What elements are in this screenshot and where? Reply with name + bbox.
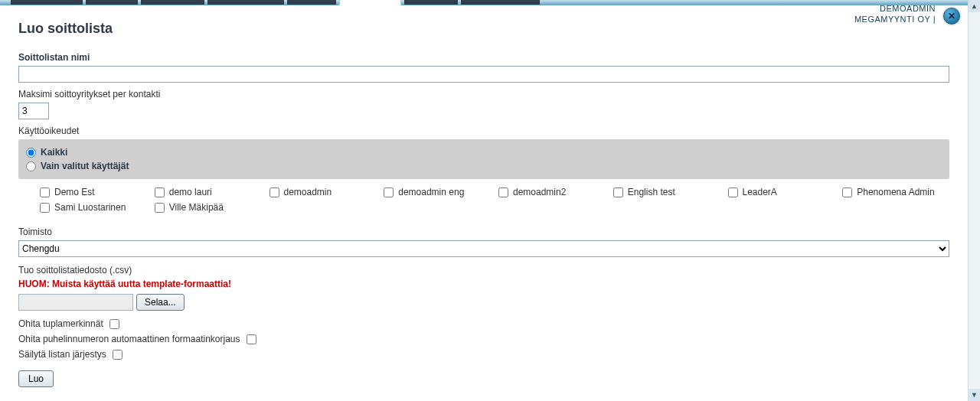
import-label: Tuo soittolistatiedosto (.csv): [18, 265, 949, 275]
tab-soittolistat[interactable]: Soittolistat: [339, 0, 401, 5]
tab-yleisasetukset[interactable]: Yleisasetukset: [461, 0, 540, 5]
user-checkbox-row[interactable]: demoadmin eng: [384, 187, 491, 197]
create-button[interactable]: Luo: [18, 370, 54, 387]
tab-tuotteet[interactable]: Tuotteet: [404, 0, 458, 5]
tab-raportit[interactable]: Raportit: [86, 0, 138, 5]
keep-order-label: Säilytä listan järjestys: [18, 349, 106, 360]
name-input[interactable]: [18, 66, 949, 83]
user-checkbox-row[interactable]: Phenomena Admin: [842, 187, 949, 197]
user-checkbox-label: demoadmin2: [513, 187, 566, 197]
name-label: Soittolistan nimi: [18, 52, 949, 63]
user-checkbox-row[interactable]: Sami Luostarinen: [40, 202, 147, 213]
user-grid: Demo Estdemo lauridemoadmindemoadmin eng…: [18, 184, 949, 220]
user-checkbox[interactable]: [40, 187, 50, 197]
skip-phone-format-checkbox[interactable]: [247, 334, 256, 344]
user-checkbox[interactable]: [40, 203, 50, 213]
user-checkbox-row[interactable]: Ville Mäkipää: [155, 202, 262, 213]
skip-phone-format-label: Ohita puhelinnumeron automaattinen forma…: [18, 334, 240, 344]
user-checkbox-label: demoadmin: [284, 187, 332, 197]
vertical-scrollbar[interactable]: ▲ ▼: [968, 0, 980, 401]
user-checkbox[interactable]: [728, 187, 738, 197]
file-row: Selaa...: [18, 294, 949, 311]
close-icon[interactable]: ✕: [943, 8, 960, 24]
user-checkbox[interactable]: [155, 203, 165, 213]
user-checkbox-label: Sami Luostarinen: [54, 202, 126, 213]
user-checkbox-label: demoadmin eng: [398, 187, 464, 197]
user-checkbox[interactable]: [842, 187, 852, 197]
main-tabs: YleisnäkymäRaportitKampanjatAgenttiryhmä…: [11, 0, 540, 5]
browse-button[interactable]: Selaa...: [136, 294, 185, 311]
skip-duplicates-label: Ohita tuplamerkinnät: [18, 318, 103, 329]
user-checkbox-label: Ville Mäkipää: [169, 202, 224, 213]
max-attempts-label: Maksimi soittoyritykset per kontakti: [18, 89, 949, 99]
scroll-up-icon[interactable]: ▲: [969, 0, 980, 12]
perm-selected-radio[interactable]: [26, 161, 36, 171]
user-info: DEMOADMIN MEGAMYYNTI OY |: [854, 3, 936, 24]
page-title: Luo soittolista: [18, 21, 949, 37]
tab-kampanjat[interactable]: Kampanjat: [141, 0, 204, 5]
perm-all-radio[interactable]: [26, 148, 36, 158]
user-checkbox-label: English test: [628, 187, 675, 197]
user-checkbox-label: Phenomena Admin: [857, 187, 934, 197]
user-checkbox-row[interactable]: Demo Est: [40, 187, 147, 197]
user-checkbox-row[interactable]: demo lauri: [155, 187, 262, 197]
user-checkbox-row[interactable]: English test: [613, 187, 720, 197]
permissions-box: Kaikki Vain valitut käyttäjät: [18, 139, 949, 179]
user-checkbox-label: demo lauri: [169, 187, 212, 197]
office-label: Toimisto: [18, 227, 949, 237]
user-checkbox-row[interactable]: demoadmin2: [498, 187, 606, 197]
office-select[interactable]: Chengdu: [18, 240, 949, 257]
perm-all-label: Kaikki: [41, 147, 67, 158]
permissions-label: Käyttöoikeudet: [18, 126, 949, 136]
user-checkbox[interactable]: [384, 187, 394, 197]
user-checkbox[interactable]: [270, 187, 279, 197]
user-checkbox[interactable]: [498, 187, 508, 197]
keep-order-checkbox[interactable]: [113, 350, 122, 360]
user-checkbox-row[interactable]: LeaderA: [728, 187, 835, 197]
header-band: YleisnäkymäRaportitKampanjatAgenttiryhmä…: [0, 0, 968, 5]
user-company: MEGAMYYNTI OY |: [854, 14, 936, 24]
max-attempts-input[interactable]: [18, 103, 49, 119]
user-checkbox[interactable]: [613, 187, 623, 197]
user-checkbox-label: Demo Est: [54, 187, 95, 197]
scroll-down-icon[interactable]: ▼: [969, 389, 980, 401]
import-warning: HUOM: Muista käyttää uutta template-form…: [18, 279, 949, 289]
user-checkbox-row[interactable]: demoadmin: [270, 187, 377, 197]
tab-yleisn-kym-[interactable]: Yleisnäkymä: [11, 0, 83, 5]
skip-duplicates-checkbox[interactable]: [109, 319, 119, 329]
tab-agenttiryhm-t[interactable]: Agenttiryhmät: [207, 0, 284, 5]
tab-agentit[interactable]: Agentit: [287, 0, 335, 5]
file-path-display: [18, 294, 133, 311]
user-checkbox-label: LeaderA: [743, 187, 777, 197]
user-name: DEMOADMIN: [854, 3, 936, 14]
user-checkbox[interactable]: [155, 187, 165, 197]
perm-selected-row[interactable]: Vain valitut käyttäjät: [26, 161, 942, 171]
perm-all-row[interactable]: Kaikki: [26, 147, 942, 158]
perm-selected-label: Vain valitut käyttäjät: [41, 161, 129, 171]
